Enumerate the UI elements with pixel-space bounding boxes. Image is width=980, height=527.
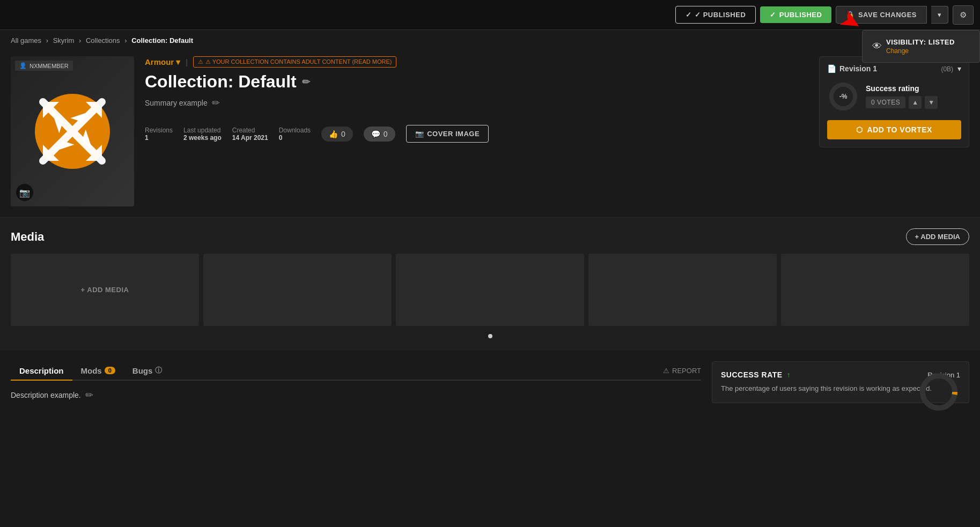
author-label: NXMMEMBER	[30, 63, 69, 69]
vote-down-button[interactable]: ▼	[925, 96, 938, 109]
camera-icon-btn: 📷	[415, 130, 424, 138]
warning-icon: ⚠	[198, 58, 203, 65]
tab-description-label: Description	[19, 366, 64, 375]
tab-bugs-info-icon: ⓘ	[155, 366, 162, 375]
tab-mods[interactable]: Mods 0	[72, 362, 124, 381]
sr-donut-chart	[917, 370, 960, 415]
created-meta: Created 14 Apr 2021	[232, 127, 268, 142]
revisions-label: Revisions	[145, 127, 173, 134]
tab-mods-label: Mods	[81, 366, 102, 375]
summary-text: Summary example	[145, 99, 208, 107]
summary-edit-icon[interactable]: ✏	[212, 97, 220, 109]
donut-center-text: -%	[839, 93, 848, 100]
save-changes-dropdown-button[interactable]: ▾	[931, 6, 948, 24]
meta-row: Revisions 1 Last updated 2 weeks ago Cre…	[145, 125, 808, 143]
svg-point-14	[923, 376, 955, 408]
last-updated-label: Last updated	[183, 127, 222, 134]
cover-image-label: COVER IMAGE	[427, 130, 480, 138]
gear-button[interactable]: ⚙	[953, 5, 974, 25]
cover-image-button[interactable]: 📷 COVER IMAGE	[406, 125, 489, 143]
category-label: Armour	[145, 57, 174, 66]
collection-info: Armour ▾ | ⚠ ⚠ YOUR COLLECTION CONTAINS …	[145, 56, 808, 143]
vortex-icon: ⬡	[856, 125, 863, 134]
category-button[interactable]: Armour ▾	[145, 57, 180, 67]
revisions-meta: Revisions 1	[145, 127, 173, 142]
downloads-meta: Downloads 0	[279, 127, 311, 142]
comment-button[interactable]: 💬 0	[364, 127, 395, 142]
save-changes-button[interactable]: 🔒 SAVE CHANGES	[836, 6, 927, 24]
collection-title-row: Collection: Default ✏	[145, 72, 808, 92]
chevron-down-icon: ▾	[938, 11, 941, 19]
revision-panel: 📄 Revision 1 (0B) ▾ -% Success rating 0	[819, 56, 969, 147]
vote-button[interactable]: 👍 0	[321, 127, 353, 142]
tab-mods-badge: 0	[105, 367, 115, 374]
adult-warning-badge: ⚠ ⚠ YOUR COLLECTION CONTAINS ADULT CONTE…	[193, 56, 397, 68]
author-badge: 👤 NXMMEMBER	[15, 61, 73, 71]
tag-row: Armour ▾ | ⚠ ⚠ YOUR COLLECTION CONTAINS …	[145, 56, 808, 68]
revision-dropdown-icon[interactable]: ▾	[957, 64, 961, 73]
tab-bugs[interactable]: Bugs ⓘ	[124, 361, 171, 381]
nexus-logo	[32, 91, 113, 172]
tab-bugs-label: Bugs	[132, 366, 153, 375]
media-dots	[11, 331, 969, 340]
bottom-section: Description Mods 0 Bugs ⓘ ⚠ REPORT Descr…	[0, 351, 980, 414]
camera-icon: 📷	[19, 188, 30, 198]
breadcrumb-skyrim[interactable]: Skyrim	[53, 36, 75, 44]
media-slot-add[interactable]: + ADD MEDIA	[11, 254, 199, 326]
tabs-header: Description Mods 0 Bugs ⓘ ⚠ REPORT	[11, 361, 701, 381]
last-updated-meta: Last updated 2 weeks ago	[183, 127, 222, 142]
media-slot-2	[203, 254, 392, 326]
cover-thumbnail: 👤 NXMMEMBER	[11, 56, 134, 206]
add-media-header-button[interactable]: + ADD MEDIA	[906, 228, 969, 245]
visibility-dropdown: 👁 VISIBILITY: LISTED Change	[862, 30, 980, 63]
description-content: Description example. ✏	[11, 389, 701, 401]
created-label: Created	[232, 127, 268, 134]
published-outline-button[interactable]: ✓ ✓ PUBLISHED	[675, 6, 756, 24]
camera-button[interactable]: 📷	[16, 184, 33, 201]
breadcrumb: All games › Skyrim › Collections › Colle…	[0, 30, 980, 51]
vote-up-button[interactable]: ▲	[909, 96, 922, 109]
media-section: Media + ADD MEDIA + ADD MEDIA	[0, 217, 980, 351]
collection-title-text: Collection: Default	[145, 72, 297, 92]
add-media-slot-label: + ADD MEDIA	[81, 286, 129, 294]
breadcrumb-sep-2: ›	[79, 36, 81, 44]
success-rating-label: Success rating	[866, 84, 938, 93]
media-slot-5	[781, 254, 969, 326]
downloads-value: 0	[279, 134, 311, 142]
summary-row: Summary example ✏	[145, 97, 808, 109]
media-title: Media	[11, 230, 44, 244]
add-to-vortex-button[interactable]: ⬡ ADD TO VORTEX	[827, 120, 961, 139]
gear-icon: ⚙	[960, 10, 967, 19]
eye-icon: 👁	[872, 41, 882, 52]
revision-header: 📄 Revision 1 (0B) ▾	[827, 64, 961, 73]
title-edit-icon[interactable]: ✏	[302, 76, 310, 88]
lock-icon: 🔒	[846, 11, 855, 19]
votes-badge: 0 VOTES	[866, 97, 905, 108]
breadcrumb-all-games[interactable]: All games	[11, 36, 41, 44]
published-green-button[interactable]: ✓ PUBLISHED	[760, 6, 831, 23]
description-edit-icon[interactable]: ✏	[85, 389, 93, 401]
breadcrumb-collections[interactable]: Collections	[86, 36, 120, 44]
created-value: 14 Apr 2021	[232, 134, 268, 142]
media-grid: + ADD MEDIA	[11, 254, 969, 326]
adult-warning-text: ⚠ YOUR COLLECTION CONTAINS ADULT CONTENT…	[205, 58, 392, 65]
top-bar: ✓ ✓ PUBLISHED ✓ PUBLISHED 🔒 SAVE CHANGES…	[0, 0, 980, 30]
report-button[interactable]: ⚠ REPORT	[663, 367, 701, 375]
published-green-label: PUBLISHED	[779, 11, 822, 19]
published-outline-label: ✓ PUBLISHED	[695, 11, 746, 19]
collection-header: 👤 NXMMEMBER	[0, 51, 980, 217]
vote-count: 0	[341, 130, 345, 138]
tab-description[interactable]: Description	[11, 362, 72, 381]
visibility-change-link[interactable]: Change	[886, 47, 955, 55]
chevron-down-icon: ▾	[176, 57, 180, 67]
downloads-label: Downloads	[279, 127, 311, 134]
check-icon-green: ✓	[770, 11, 776, 19]
media-dot-1	[488, 334, 492, 338]
revision-size: (0B)	[941, 65, 953, 73]
add-to-vortex-label: ADD TO VORTEX	[867, 125, 932, 134]
revision-info: (0B) ▾	[941, 64, 961, 73]
comment-count: 0	[384, 130, 388, 138]
success-rating-row: -% Success rating 0 VOTES ▲ ▼	[827, 80, 961, 113]
revision-title-text: Revision 1	[839, 64, 877, 73]
revision-title: 📄 Revision 1	[827, 64, 877, 73]
